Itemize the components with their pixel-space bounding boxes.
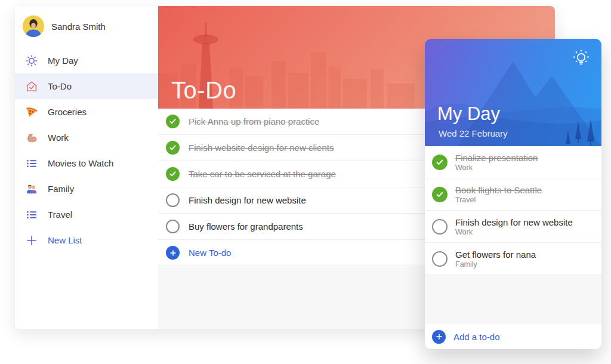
lightbulb-icon[interactable] [570,47,592,69]
card-empty-area [425,275,601,324]
sidebar-nav: My Day To-Do [15,48,158,253]
new-list-label: New List [48,235,82,245]
sidebar-item-groceries[interactable]: Groceries [15,99,158,125]
sidebar-item-label: To-Do [48,81,72,91]
sidebar-item-label: Work [48,132,69,143]
sidebar-item-label: My Day [48,55,78,66]
sidebar-item-label: Groceries [48,107,87,117]
task-title: Finish design for new website [455,217,573,227]
sidebar-item-movies-to-watch[interactable]: Movies to Watch [15,150,158,176]
checkbox-checked-icon[interactable] [432,155,448,170]
task-row[interactable]: Finish design for new website Work [425,211,601,243]
sidebar-item-my-day[interactable]: My Day [15,48,158,73]
home-check-icon [25,80,38,93]
checkbox-unchecked-icon[interactable] [432,251,448,267]
my-day-card: My Day Wed 22 February Finalize presenta… [425,39,601,349]
task-list-name: Travel [455,196,542,204]
plus-circle-icon [166,246,180,260]
sidebar-item-work[interactable]: Work [15,125,158,150]
checkbox-checked-icon[interactable] [432,187,448,202]
sidebar-item-travel[interactable]: Travel [15,202,158,227]
checkbox-checked-icon[interactable] [166,115,180,128]
new-todo-label: New To-do [189,248,231,258]
task-list-name: Work [455,164,538,172]
my-day-title: My Day [437,103,500,125]
task-title: Finish website design for new clients [189,143,334,153]
task-title: Finalize presentation [455,153,538,163]
my-day-date: Wed 22 February [439,128,508,138]
plus-circle-icon [432,330,446,344]
task-title: Take car to be serviced at the garage [189,169,336,179]
task-title: Buy flowers for grandparents [189,221,303,232]
checkbox-unchecked-icon[interactable] [166,193,180,207]
pizza-icon [25,106,38,119]
sidebar-item-label: Family [48,184,74,194]
user-name: Sandra Smith [51,21,106,32]
add-todo-label: Add a to-do [453,332,500,342]
sidebar-item-to-do[interactable]: To-Do [15,73,158,99]
sun-icon [25,54,38,67]
task-title: Get flowers for nana [455,249,536,260]
user-profile[interactable]: Sandra Smith [15,13,158,39]
sidebar-item-label: Movies to Watch [48,158,113,168]
my-day-header: My Day Wed 22 February [425,39,601,146]
checkbox-unchecked-icon[interactable] [432,219,448,235]
sidebar-item-family[interactable]: Family [15,176,158,202]
list-icon [25,157,38,170]
avatar [23,16,44,37]
sidebar: Sandra Smith My Day [15,6,158,329]
task-list-name: Family [455,260,536,269]
add-todo-button[interactable]: Add a to-do [425,324,601,349]
checkbox-checked-icon[interactable] [166,141,180,155]
task-title: Book flights to Seattle [455,185,542,195]
new-list-button[interactable]: New List [15,227,158,253]
muscle-icon [25,131,38,144]
task-row[interactable]: Get flowers for nana Family [425,243,601,275]
task-title: Pick Anna up from piano practice [189,116,319,127]
checkbox-unchecked-icon[interactable] [166,220,180,233]
task-row[interactable]: Finalize presentation Work [425,146,601,178]
task-row[interactable]: Book flights to Seattle Travel [425,178,601,211]
sidebar-item-label: Travel [48,209,72,220]
plus-icon [25,234,38,247]
list-icon [25,208,38,221]
family-icon [25,183,38,196]
task-title: Finish design for new website [189,195,306,205]
task-list-name: Work [455,228,573,236]
checkbox-checked-icon[interactable] [166,167,180,181]
list-title: To-Do [171,77,236,104]
